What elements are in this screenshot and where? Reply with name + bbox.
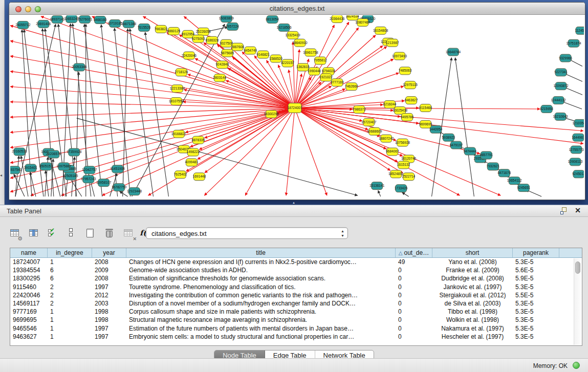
- table-cell[interactable]: 0: [396, 333, 432, 341]
- table-cell[interactable]: Stergiakouli et al. (2012): [432, 291, 513, 299]
- memory-status-dot[interactable]: [573, 362, 580, 369]
- table-cell[interactable]: 1998: [92, 308, 126, 316]
- table-cell[interactable]: Tibbo et al. (1998): [432, 308, 513, 316]
- table-cell[interactable]: Tourette syndrome. Phenomenology and cla…: [126, 283, 396, 291]
- table-chooser-dropdown[interactable]: citations_edges.txt ▲▼: [146, 227, 348, 239]
- column-header-out_de[interactable]: △out_de…: [396, 248, 432, 257]
- window-titlebar[interactable]: citations_edges.txt: [9, 3, 585, 15]
- column-header-title[interactable]: title: [126, 248, 396, 257]
- table-cell[interactable]: 6: [48, 274, 92, 282]
- table-row[interactable]: 946362711997Embryonic stem cells: a mode…: [10, 333, 582, 341]
- table-cell[interactable]: 2: [48, 299, 92, 308]
- table-cell[interactable]: 1: [48, 258, 92, 266]
- table-cell[interactable]: 0: [396, 324, 432, 333]
- table-cell[interactable]: 0: [396, 274, 432, 282]
- table-cell[interactable]: Estimation of significance thresholds fo…: [126, 274, 396, 282]
- table-cell[interactable]: 2008: [92, 274, 126, 282]
- table-cell[interactable]: Disruption of a novel member of a sodium…: [126, 299, 396, 308]
- table-row[interactable]: 977716911998Corpus callosum shape and si…: [10, 308, 582, 316]
- table-cell[interactable]: Changes of HCN gene expression and I(f) …: [126, 258, 396, 266]
- table-cell[interactable]: 5.3E-5: [513, 308, 559, 316]
- delete-column-button[interactable]: [102, 226, 116, 240]
- table-row[interactable]: 911546021997Tourette syndrome. Phenomeno…: [10, 283, 582, 291]
- table-cell[interactable]: Estimation of the future numbers of pati…: [126, 324, 396, 333]
- table-row[interactable]: 1830029562008Estimation of significance …: [10, 274, 582, 282]
- table-cell[interactable]: 2: [48, 291, 92, 299]
- delete-table-button[interactable]: ✕: [121, 226, 135, 240]
- table-row[interactable]: 1456911722003Disruption of a novel membe…: [10, 299, 582, 308]
- table-cell[interactable]: 5.3E-5: [513, 316, 559, 324]
- table-row[interactable]: 1938455462009Genome-wide association stu…: [10, 266, 582, 274]
- show-columns-button[interactable]: [26, 226, 40, 240]
- table-cell[interactable]: 0: [396, 299, 432, 308]
- table-cell[interactable]: 5.3E-5: [513, 324, 559, 333]
- table-cell[interactable]: 5.6E-5: [513, 266, 559, 274]
- table-cell[interactable]: 9463627: [10, 333, 48, 341]
- table-settings-button[interactable]: ⚙: [7, 226, 21, 240]
- table-cell[interactable]: Yano et al. (2008): [432, 258, 513, 266]
- table-cell[interactable]: 2008: [92, 258, 126, 266]
- table-cell[interactable]: Structural magnetic resonance image aver…: [126, 316, 396, 324]
- table-cell[interactable]: 5.3E-5: [513, 299, 559, 308]
- table-cell[interactable]: 0: [396, 283, 432, 291]
- table-cell[interactable]: 2012: [92, 291, 126, 299]
- table-row[interactable]: 2242004622012Investigating the contribut…: [10, 291, 582, 299]
- table-cell[interactable]: 9699695: [10, 316, 48, 324]
- table-row[interactable]: 969969511998Structural magnetic resonanc…: [10, 316, 582, 324]
- table-cell[interactable]: 22420046: [10, 291, 48, 299]
- table-cell[interactable]: 2003: [92, 299, 126, 308]
- table-cell[interactable]: 19384554: [10, 266, 48, 274]
- scrollbar-thumb[interactable]: [575, 261, 580, 274]
- column-header-pagerank[interactable]: pagerank: [513, 248, 559, 257]
- column-header-short[interactable]: short: [432, 248, 513, 257]
- table-cell[interactable]: 18724007: [10, 258, 48, 266]
- table-cell[interactable]: Investigating the contribution of common…: [126, 291, 396, 299]
- table-cell[interactable]: 0: [396, 316, 432, 324]
- table-cell[interactable]: Franke et al. (2009): [432, 266, 513, 274]
- table-cell[interactable]: 1: [48, 308, 92, 316]
- table-cell[interactable]: 6: [48, 266, 92, 274]
- table-cell[interactable]: 1: [48, 324, 92, 333]
- table-cell[interactable]: 9115460: [10, 283, 48, 291]
- table-row[interactable]: 1872400712008Changes of HCN gene express…: [10, 258, 582, 266]
- table-cell[interactable]: 14569117: [10, 299, 48, 308]
- table-cell[interactable]: 2009: [92, 266, 126, 274]
- table-cell[interactable]: 5.3E-5: [513, 258, 559, 266]
- table-cell[interactable]: 49: [396, 258, 432, 266]
- split-handle[interactable]: ▲: [292, 202, 296, 204]
- table-cell[interactable]: 0: [396, 291, 432, 299]
- table-cell[interactable]: 5.9E-5: [513, 274, 559, 282]
- float-panel-icon[interactable]: [560, 207, 568, 214]
- table-cell[interactable]: 9465546: [10, 324, 48, 333]
- column-header-year[interactable]: year: [92, 248, 126, 257]
- table-cell[interactable]: 2: [48, 283, 92, 291]
- table-cell[interactable]: 0: [396, 308, 432, 316]
- table-cell[interactable]: 9777169: [10, 308, 48, 316]
- panel-collapse-arrow[interactable]: ◂: [0, 173, 2, 178]
- table-cell[interactable]: 1: [48, 333, 92, 341]
- table-cell[interactable]: Corpus callosum shape and size in male p…: [126, 308, 396, 316]
- table-cell[interactable]: 1997: [92, 333, 126, 341]
- table-cell[interactable]: 5.3E-5: [513, 333, 559, 341]
- table-cell[interactable]: Dudbridge et al. (2008): [432, 274, 513, 282]
- network-canvas[interactable]: 2405571220691406189371411065324715276021…: [10, 15, 584, 199]
- unselect-all-columns-button[interactable]: [64, 226, 78, 240]
- table-cell[interactable]: 18300295: [10, 274, 48, 282]
- column-header-name[interactable]: name: [10, 248, 48, 257]
- vertical-scrollbar[interactable]: [574, 258, 581, 345]
- table-cell[interactable]: Nakamura et al. (1997): [432, 324, 513, 333]
- table-cell[interactable]: 1998: [92, 316, 126, 324]
- table-cell[interactable]: 5.5E-5: [513, 291, 559, 299]
- close-panel-icon[interactable]: ✕: [575, 206, 581, 214]
- table-cell[interactable]: Wolkin et al. (1998): [432, 316, 513, 324]
- table-cell[interactable]: de Silva et al. (2003): [432, 299, 513, 308]
- table-cell[interactable]: 0: [396, 266, 432, 274]
- table-cell[interactable]: Hescheler et al. (1997): [432, 333, 513, 341]
- new-column-button[interactable]: [83, 226, 97, 240]
- select-all-columns-button[interactable]: ✔✔: [45, 226, 59, 240]
- table-cell[interactable]: 5.3E-5: [513, 283, 559, 291]
- table-cell[interactable]: 1: [48, 316, 92, 324]
- table-cell[interactable]: 1997: [92, 283, 126, 291]
- table-cell[interactable]: Jankovic et al. (1997): [432, 283, 513, 291]
- column-header-in_degree[interactable]: in_degree: [48, 248, 92, 257]
